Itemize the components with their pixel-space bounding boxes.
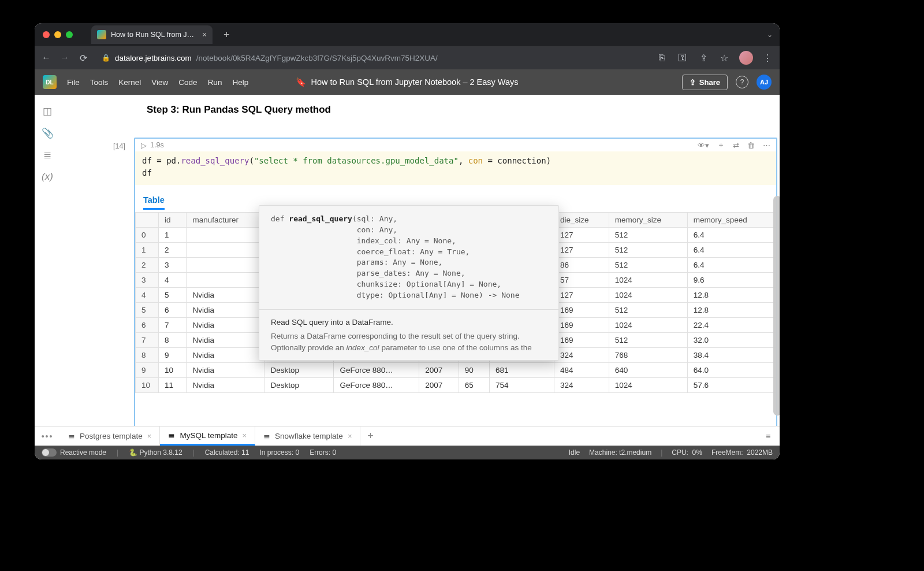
address-bar[interactable]: 🔒 datalore.jetbrains.com/notebook/0k5R4A… — [96, 49, 649, 66]
list-icon: ≣ — [68, 432, 75, 441]
code-editor[interactable]: df = pd.read_sql_query("select * from da… — [135, 151, 776, 185]
close-sheet-icon[interactable]: × — [242, 431, 247, 440]
bookmark-icon: 🔖 — [296, 77, 306, 87]
code-mid: , — [459, 156, 468, 165]
window-controls — [43, 31, 73, 38]
url-path: /notebook/0k5R4AZgfYFgpwZkcb3f7G/S7Ksj5p… — [196, 54, 438, 62]
outline-icon[interactable]: ◫ — [42, 105, 53, 117]
col-die_size[interactable]: die_size — [554, 213, 609, 228]
vertical-scrollbar[interactable] — [773, 196, 780, 416]
add-cell-icon[interactable]: ＋ — [717, 140, 725, 150]
minimize-window-icon[interactable] — [54, 31, 61, 38]
profile-avatar[interactable] — [739, 51, 753, 65]
sheet-list-icon[interactable]: ≡ — [757, 427, 780, 446]
password-key-icon[interactable]: ⚿ — [677, 52, 688, 64]
sheet-tab[interactable]: ≣MySQL template× — [160, 427, 255, 446]
tab-favicon-icon — [97, 30, 106, 39]
tooltip-lead: Read SQL query into a DataFrame. — [271, 317, 549, 328]
doc-title[interactable]: 🔖 How to Run SQL from Jupyter Notebook –… — [296, 77, 518, 87]
visibility-icon[interactable]: 👁▾ — [698, 141, 709, 150]
attachments-icon[interactable]: 📎 — [42, 127, 53, 139]
close-window-icon[interactable] — [43, 31, 50, 38]
code-string: "select * from datasources.gpu_model_dat… — [254, 156, 459, 165]
help-button[interactable]: ? — [736, 76, 748, 88]
tooltip-body3: parameter to use one of the columns as t… — [379, 343, 532, 352]
sheet-tab[interactable]: ≣Postgres template× — [60, 427, 160, 446]
cpu-status: CPU: 0% — [672, 448, 702, 457]
cell-more-icon[interactable]: ⋯ — [763, 141, 770, 150]
status-bar: Reactive mode | 🐍 Python 3.8.12 | Calcul… — [35, 446, 780, 459]
close-sheet-icon[interactable]: × — [147, 432, 152, 440]
table-row[interactable]: 1011NvidiaDesktopGeForce 880…20076575432… — [136, 378, 776, 393]
menu-code[interactable]: Code — [178, 78, 197, 87]
menu-run[interactable]: Run — [208, 78, 222, 87]
col-index[interactable] — [136, 213, 159, 228]
menu-file[interactable]: File — [67, 78, 80, 87]
share-label: Share — [699, 78, 720, 87]
menu-help[interactable]: Help — [232, 78, 248, 87]
tooltip-doc: Read SQL query into a DataFrame. Returns… — [259, 310, 558, 360]
maximize-window-icon[interactable] — [66, 31, 73, 38]
errors-status: Errors: 0 — [310, 448, 336, 457]
code-kwarg: con — [468, 156, 483, 165]
table-row[interactable]: 910NvidiaDesktopGeForce 880…200790681484… — [136, 363, 776, 378]
tab-table[interactable]: Table — [143, 195, 165, 210]
datalore-logo-icon[interactable]: DL — [43, 75, 57, 89]
back-button[interactable]: ← — [40, 52, 52, 64]
code-rest: = connection) — [483, 156, 551, 165]
idle-status: Idle — [569, 448, 580, 457]
tooltip-body1: Returns a DataFrame corresponding to the… — [271, 332, 520, 340]
main-area: ◫ 📎 ≣ (x) Step 3: Run Pandas SQL Query m… — [35, 95, 780, 426]
exec-time: 1.9s — [150, 141, 164, 149]
app-menubar: DL File Tools Kernel View Code Run Help … — [35, 69, 780, 95]
python-status[interactable]: 🐍 Python 3.8.12 — [129, 448, 182, 457]
tab-close-icon[interactable]: × — [202, 30, 207, 39]
reactive-toggle[interactable]: Reactive mode — [42, 448, 106, 457]
tooltip-body2: Optionally provide an — [271, 343, 346, 352]
calculated-status: Calculated: 11 — [205, 448, 249, 457]
browser-tab[interactable]: How to Run SQL from Jupyter × — [91, 25, 213, 44]
menu-kernel[interactable]: Kernel — [118, 78, 141, 87]
variables-icon[interactable]: (x) — [42, 171, 53, 183]
signature-tooltip: def read_sql_query(sql: Any, con: Any, i… — [259, 205, 559, 361]
bookmark-star-icon[interactable]: ☆ — [718, 52, 730, 64]
toc-icon[interactable]: ≣ — [42, 149, 53, 161]
toolbar-right: ⎘ ⚿ ⇪ ☆ ⋮ — [656, 51, 774, 65]
list-icon: ≣ — [263, 432, 270, 441]
menu-view[interactable]: View — [151, 78, 168, 87]
sheet-more-icon[interactable]: ••• — [35, 427, 60, 446]
forward-button[interactable]: → — [59, 52, 70, 64]
add-sheet-button[interactable]: + — [360, 427, 380, 446]
col-memory_speed[interactable]: memory_speed — [687, 213, 776, 228]
col-memory_size[interactable]: memory_size — [609, 213, 687, 228]
new-tab-button[interactable]: + — [218, 27, 234, 43]
code-cell[interactable]: ▷ 1.9s 👁▾ ＋ ⇄ 🗑 ⋯ df = pd.read_sql_query… — [134, 138, 777, 426]
tabs-overflow-icon[interactable]: ⌄ — [767, 31, 773, 39]
cell-toolbar: ▷ 1.9s 👁▾ ＋ ⇄ 🗑 ⋯ — [135, 139, 776, 151]
col-manufacturer[interactable]: manufacturer — [187, 213, 264, 228]
code-open: ( — [249, 156, 254, 165]
code-prefix: df = pd. — [142, 156, 181, 165]
run-cell-icon[interactable]: ▷ — [141, 141, 147, 150]
sheet-tabs: ••• ≣Postgres template×≣MySQL template×≣… — [35, 426, 780, 446]
tab-title: How to Run SQL from Jupyter — [111, 31, 198, 39]
list-icon: ≣ — [168, 431, 175, 440]
sheet-tab[interactable]: ≣Snowflake template× — [255, 427, 360, 446]
delete-cell-icon[interactable]: 🗑 — [747, 141, 755, 150]
install-icon[interactable]: ⎘ — [656, 52, 668, 64]
share-page-icon[interactable]: ⇪ — [698, 52, 709, 64]
url-host: datalore.jetbrains.com — [115, 54, 192, 62]
notebook-content: Step 3: Run Pandas SQL Query method [14]… — [60, 95, 780, 426]
left-tool-rail: ◫ 📎 ≣ (x) — [35, 95, 60, 426]
user-avatar[interactable]: AJ — [757, 75, 772, 90]
reload-button[interactable]: ⟳ — [77, 52, 89, 64]
share-icon: ⇪ — [690, 78, 696, 87]
share-button[interactable]: ⇪ Share — [682, 75, 728, 90]
split-cell-icon[interactable]: ⇄ — [733, 141, 739, 150]
browser-menu-icon[interactable]: ⋮ — [762, 52, 774, 64]
menu-tools[interactable]: Tools — [90, 78, 109, 87]
col-id[interactable]: id — [159, 213, 187, 228]
tooltip-signature: def read_sql_query(sql: Any, con: Any, i… — [259, 206, 558, 310]
freemem-status: FreeMem: 2022MB — [711, 448, 773, 457]
close-sheet-icon[interactable]: × — [348, 432, 352, 440]
